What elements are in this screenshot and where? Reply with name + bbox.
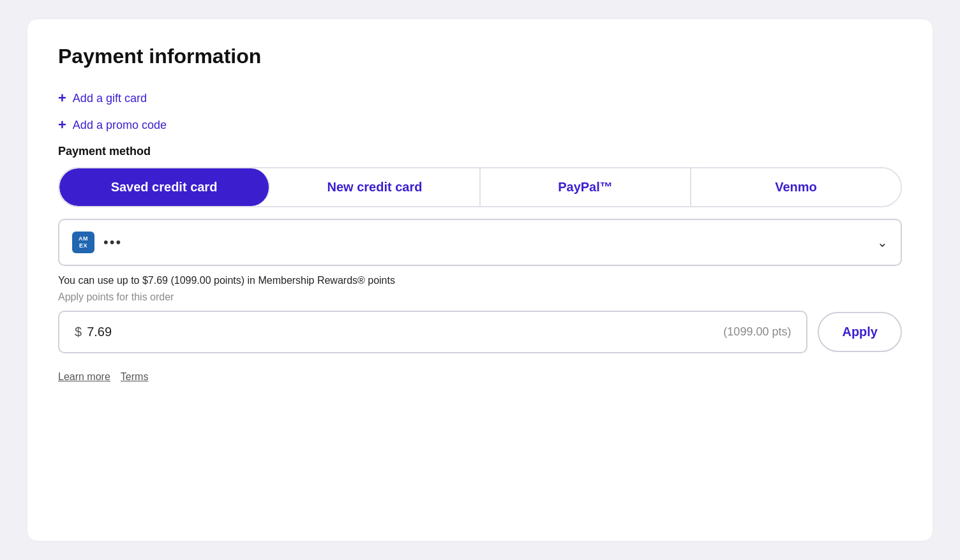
tab-saved-credit-card[interactable]: Saved credit card <box>59 168 270 206</box>
footer-links: Learn more Terms <box>58 371 902 383</box>
apply-points-label: Apply points for this order <box>58 291 902 303</box>
rewards-text: You can use up to $7.69 (1099.00 points)… <box>58 275 902 286</box>
dollar-sign: $ <box>75 325 82 339</box>
add-gift-card-link[interactable]: + Add a gift card <box>58 91 902 105</box>
apply-button[interactable]: Apply <box>818 312 902 352</box>
points-input-row: $ 7.69 (1099.00 pts) Apply <box>58 311 902 353</box>
card-dots: ••• <box>103 234 122 251</box>
learn-more-link[interactable]: Learn more <box>58 371 110 383</box>
payment-method-label: Payment method <box>58 145 902 158</box>
tab-new-credit-card[interactable]: New credit card <box>270 168 481 206</box>
add-promo-code-link[interactable]: + Add a promo code <box>58 118 902 132</box>
amex-badge: AM EX <box>72 232 94 253</box>
points-pts: (1099.00 pts) <box>723 325 791 339</box>
add-gift-card-label: Add a gift card <box>73 92 147 105</box>
plus-icon-promo: + <box>58 118 66 132</box>
points-input-box[interactable]: $ 7.69 (1099.00 pts) <box>58 311 807 353</box>
plus-icon-gift: + <box>58 91 66 105</box>
chevron-down-icon: ⌄ <box>877 235 888 250</box>
tab-paypal[interactable]: PayPal™ <box>481 168 691 206</box>
card-left: AM EX ••• <box>72 232 122 253</box>
amex-ex-text: EX <box>79 242 87 249</box>
saved-card-dropdown[interactable]: AM EX ••• ⌄ <box>58 219 902 266</box>
points-amount: $ 7.69 <box>75 325 112 339</box>
terms-link[interactable]: Terms <box>121 371 149 383</box>
payment-method-tabs: Saved credit card New credit card PayPal… <box>58 167 902 207</box>
tab-venmo[interactable]: Venmo <box>691 168 901 206</box>
amex-am-text: AM <box>79 235 88 242</box>
add-promo-code-label: Add a promo code <box>73 119 167 132</box>
page-title: Payment information <box>58 45 902 68</box>
points-value: 7.69 <box>87 325 112 339</box>
payment-card: Payment information + Add a gift card + … <box>27 18 933 542</box>
